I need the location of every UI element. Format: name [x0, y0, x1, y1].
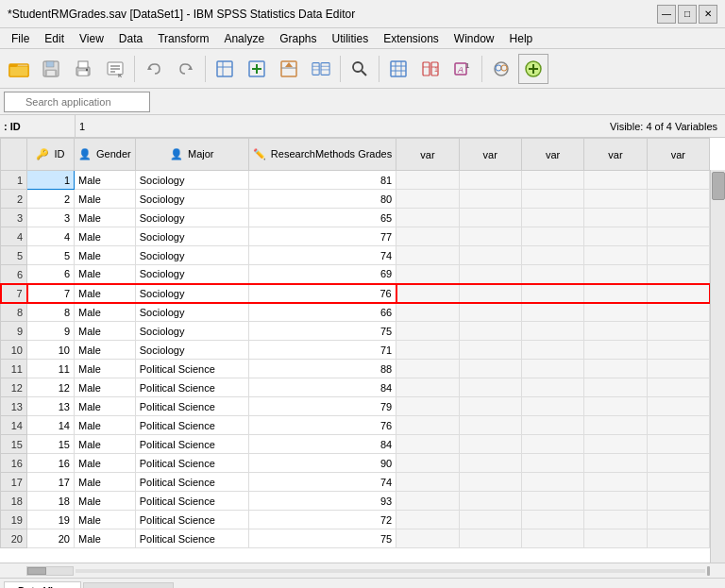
grades-cell[interactable]: 74: [248, 473, 396, 492]
save-button[interactable]: [36, 54, 66, 84]
empty-cell[interactable]: [584, 529, 647, 548]
print-button[interactable]: [68, 54, 98, 84]
empty-cell[interactable]: [584, 265, 647, 284]
major-cell[interactable]: Sociology: [135, 171, 248, 190]
empty-cell[interactable]: [459, 341, 521, 360]
major-cell[interactable]: Political Science: [135, 416, 248, 435]
gender-cell[interactable]: Male: [75, 529, 136, 548]
gender-cell[interactable]: Male: [75, 341, 136, 360]
table-row[interactable]: 1616MalePolitical Science90: [1, 454, 710, 473]
empty-cell[interactable]: [647, 492, 709, 511]
id-cell[interactable]: 14: [27, 416, 75, 435]
id-cell[interactable]: 13: [27, 397, 75, 416]
gender-cell[interactable]: Male: [75, 360, 136, 378]
id-cell[interactable]: 12: [27, 378, 75, 397]
dialog-button[interactable]: κ: [100, 54, 130, 84]
empty-cell[interactable]: [647, 190, 709, 209]
empty-cell[interactable]: [584, 303, 647, 322]
id-cell[interactable]: 6: [27, 265, 75, 284]
id-cell[interactable]: 2: [27, 190, 75, 209]
grid1-button[interactable]: [210, 54, 240, 84]
major-cell[interactable]: Political Science: [135, 378, 248, 397]
grades-cell[interactable]: 81: [248, 171, 396, 190]
major-cell[interactable]: Sociology: [135, 341, 248, 360]
table-row[interactable]: 1414MalePolitical Science76: [1, 416, 710, 435]
empty-cell[interactable]: [521, 190, 583, 209]
grades-cell[interactable]: 79: [248, 397, 396, 416]
id-cell[interactable]: 10: [27, 341, 75, 360]
empty-cell[interactable]: [459, 303, 521, 322]
gender-cell[interactable]: Male: [75, 322, 136, 341]
empty-cell[interactable]: [647, 529, 709, 548]
empty-cell[interactable]: [521, 397, 583, 416]
empty-cell[interactable]: [647, 322, 709, 341]
grades-cell[interactable]: 74: [248, 246, 396, 265]
add-to-set-button[interactable]: [518, 54, 548, 84]
empty-cell[interactable]: [584, 416, 647, 435]
table-row[interactable]: 77MaleSociology76: [1, 284, 710, 303]
empty-cell[interactable]: [459, 360, 521, 378]
empty-cell[interactable]: [647, 171, 709, 190]
empty-cell[interactable]: [584, 227, 647, 246]
gender-column-header[interactable]: 👤 Gender: [75, 139, 136, 171]
empty-cell[interactable]: [521, 529, 583, 548]
major-column-header[interactable]: 👤 Major: [135, 139, 248, 171]
empty-cell[interactable]: [396, 360, 459, 378]
gender-cell[interactable]: Male: [75, 284, 136, 303]
empty-cell[interactable]: [396, 227, 459, 246]
table-row[interactable]: 44MaleSociology77: [1, 227, 710, 246]
grades-cell[interactable]: 75: [248, 322, 396, 341]
table-row[interactable]: 1717MalePolitical Science74: [1, 473, 710, 492]
empty-cell[interactable]: [396, 209, 459, 227]
grades-cell[interactable]: 77: [248, 227, 396, 246]
table-row[interactable]: 1212MalePolitical Science84: [1, 378, 710, 397]
gender-cell[interactable]: Male: [75, 416, 136, 435]
empty-cell[interactable]: [584, 454, 647, 473]
tab-variable-view[interactable]: Variable View: [83, 582, 174, 588]
major-cell[interactable]: Political Science: [135, 492, 248, 511]
empty-cell[interactable]: [459, 209, 521, 227]
empty-cell[interactable]: [647, 341, 709, 360]
empty-cell[interactable]: [521, 227, 583, 246]
gender-cell[interactable]: Male: [75, 265, 136, 284]
id-cell[interactable]: 4: [27, 227, 75, 246]
empty-cell[interactable]: [584, 171, 647, 190]
tab-data-view[interactable]: Data View: [4, 581, 81, 588]
undo-button[interactable]: [139, 54, 169, 84]
menu-extensions[interactable]: Extensions: [376, 30, 447, 47]
empty-cell[interactable]: [459, 529, 521, 548]
empty-cell[interactable]: [647, 416, 709, 435]
table-row[interactable]: 88MaleSociology66: [1, 303, 710, 322]
gender-cell[interactable]: Male: [75, 492, 136, 511]
id-cell[interactable]: 18: [27, 492, 75, 511]
empty-cell[interactable]: [647, 246, 709, 265]
empty-cell[interactable]: [396, 435, 459, 454]
menu-help[interactable]: Help: [502, 30, 541, 47]
gender-cell[interactable]: Male: [75, 435, 136, 454]
empty-cell[interactable]: [459, 227, 521, 246]
empty-cell[interactable]: [521, 435, 583, 454]
empty-cell[interactable]: [459, 473, 521, 492]
major-cell[interactable]: Political Science: [135, 397, 248, 416]
gender-cell[interactable]: Male: [75, 473, 136, 492]
grades-cell[interactable]: 71: [248, 341, 396, 360]
empty-cell[interactable]: [459, 454, 521, 473]
empty-cell[interactable]: [459, 265, 521, 284]
grades-column-header[interactable]: ✏️ ResearchMethods Grades: [248, 139, 396, 171]
gender-cell[interactable]: Male: [75, 397, 136, 416]
empty-cell[interactable]: [396, 190, 459, 209]
open-button[interactable]: [4, 54, 34, 84]
gender-cell[interactable]: Male: [75, 454, 136, 473]
id-cell[interactable]: 8: [27, 303, 75, 322]
table-row[interactable]: 1919MalePolitical Science72: [1, 511, 710, 529]
empty-cell[interactable]: [521, 284, 583, 303]
empty-cell[interactable]: [521, 322, 583, 341]
major-cell[interactable]: Sociology: [135, 265, 248, 284]
menu-window[interactable]: Window: [447, 30, 502, 47]
id-cell[interactable]: 17: [27, 473, 75, 492]
menu-file[interactable]: File: [4, 30, 37, 47]
empty-cell[interactable]: [521, 492, 583, 511]
empty-cell[interactable]: [459, 492, 521, 511]
major-cell[interactable]: Sociology: [135, 322, 248, 341]
empty-cell[interactable]: [396, 265, 459, 284]
